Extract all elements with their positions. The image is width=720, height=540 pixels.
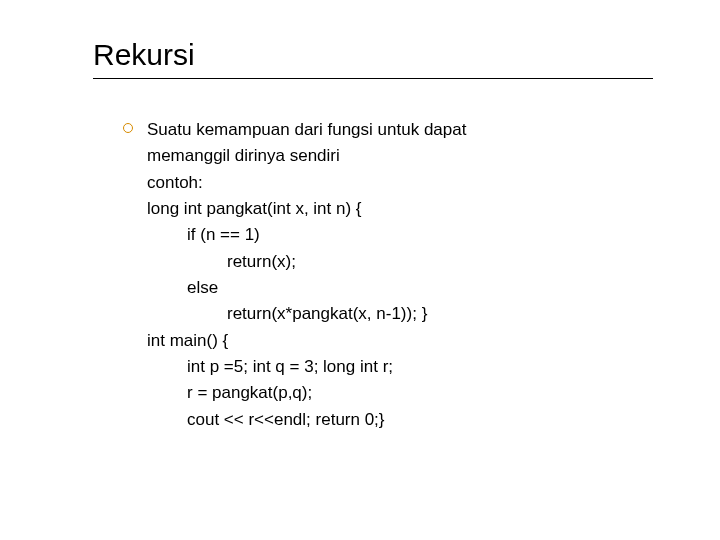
code-line: if (n == 1): [147, 222, 466, 248]
title-underline: [93, 78, 653, 79]
bullet-content: Suatu kemampuan dari fungsi untuk dapatm…: [147, 117, 466, 433]
code-line: return(x*pangkat(x, n-1)); }: [147, 301, 466, 327]
slide-body: Suatu kemampuan dari fungsi untuk dapatm…: [93, 117, 720, 433]
code-line: int p =5; int q = 3; long int r;: [147, 354, 466, 380]
code-line: else: [147, 275, 466, 301]
code-line: r = pangkat(p,q);: [147, 380, 466, 406]
code-line: int main() {: [147, 328, 466, 354]
code-line: long int pangkat(int x, int n) {: [147, 196, 466, 222]
code-line: cout << r<<endl; return 0;}: [147, 407, 466, 433]
bullet-icon: [123, 123, 133, 133]
code-line: return(x);: [147, 249, 466, 275]
code-line: Suatu kemampuan dari fungsi untuk dapat: [147, 117, 466, 143]
code-line: memanggil dirinya sendiri: [147, 143, 466, 169]
bullet-item: Suatu kemampuan dari fungsi untuk dapatm…: [123, 117, 720, 433]
code-line: contoh:: [147, 170, 466, 196]
slide: Rekursi Suatu kemampuan dari fungsi untu…: [0, 0, 720, 433]
slide-title: Rekursi: [93, 38, 720, 72]
